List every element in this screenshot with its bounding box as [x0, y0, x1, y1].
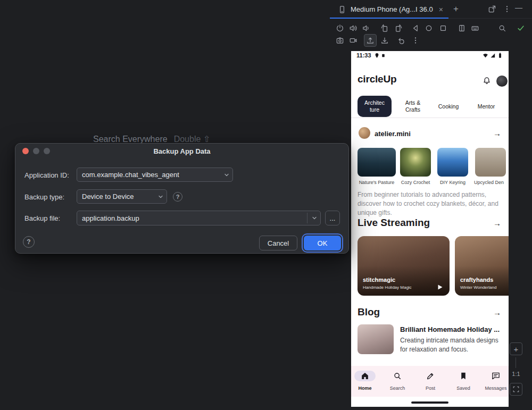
tab-architecture[interactable]: Architec ture	[358, 96, 392, 117]
blog-arrow-icon[interactable]: →	[493, 308, 501, 317]
gallery-caption: Upcycled Den	[474, 180, 508, 185]
nav-label: Search	[384, 386, 411, 391]
creator-arrow-icon[interactable]: →	[493, 129, 501, 138]
backup-app-data-dialog: Backup App Data Application ID: com.exam…	[15, 143, 349, 254]
restore-download-icon[interactable]	[380, 36, 389, 45]
back-icon[interactable]	[411, 23, 420, 33]
app-title: circleUp	[358, 73, 396, 85]
fold-icon[interactable]	[457, 23, 467, 33]
rotate-left-icon[interactable]	[380, 23, 389, 33]
profile-avatar[interactable]	[496, 76, 508, 87]
open-in-window-icon[interactable]	[487, 4, 497, 14]
gallery-card-natures-pasture[interactable]	[358, 148, 396, 177]
tabs-divider	[351, 118, 509, 118]
backup-file-value: application.backup	[82, 214, 139, 222]
backup-file-combobox[interactable]: application.backup	[77, 211, 321, 225]
stream-card-stitchmagic[interactable]: stitchmagic Handmade Holiday Magic	[358, 236, 450, 296]
nav-label: Post	[417, 386, 444, 391]
reset-icon[interactable]	[397, 36, 406, 45]
zoom-divider	[516, 357, 516, 368]
screen-record-icon[interactable]	[348, 36, 358, 45]
rotate-right-icon[interactable]	[394, 23, 403, 33]
ok-button[interactable]: OK	[304, 236, 341, 250]
add-device-tab-button[interactable]: +	[453, 4, 459, 14]
chat-bubble-icon	[491, 371, 501, 381]
cancel-button[interactable]: Cancel	[259, 236, 297, 250]
volume-up-icon[interactable]	[348, 23, 358, 33]
live-streaming-title: Live Streaming	[358, 217, 430, 229]
gallery-card-cozy-crochet[interactable]	[400, 148, 431, 177]
status-time: 11:33	[356, 52, 371, 58]
search-icon	[393, 371, 402, 381]
nav-item-post[interactable]: Post	[417, 366, 444, 397]
dialog-help-button[interactable]: ?	[23, 236, 35, 248]
nav-item-search[interactable]: Search	[384, 366, 411, 397]
bookmark-icon	[459, 371, 468, 381]
gallery-card-diy-keyring[interactable]	[437, 148, 468, 177]
browse-file-button[interactable]: ...	[325, 211, 340, 225]
wifi-icon	[482, 52, 488, 58]
gallery-caption: Cozy Crochet	[398, 180, 433, 185]
active-tab-indicator	[330, 18, 448, 19]
blog-title: Blog	[358, 306, 380, 318]
battery-icon	[497, 52, 503, 59]
nav-item-home[interactable]: Home	[351, 366, 379, 397]
notification-icon	[380, 53, 386, 58]
gallery-card-upcycled[interactable]	[475, 148, 506, 177]
gesture-bar[interactable]	[411, 401, 448, 404]
blog-post-title[interactable]: Brilliant Homemade Holiday ...	[400, 325, 506, 333]
bell-icon[interactable]	[482, 76, 492, 86]
overview-icon[interactable]	[438, 23, 448, 33]
play-icon[interactable]	[437, 283, 443, 289]
creator-name: atelier.mini	[375, 130, 411, 138]
stream-card-craftyhands[interactable]: craftyhands Winter Wonderland	[455, 236, 509, 296]
running-check-icon	[516, 23, 526, 33]
section-description: From beginner tutorials to advanced patt…	[358, 190, 508, 217]
creator-avatar[interactable]	[359, 127, 370, 139]
device-phone-icon	[337, 5, 347, 14]
zoom-ratio-button[interactable]: 1:1	[509, 371, 523, 377]
emulator-screen: 11:33 circleUp Architec ture Arts & Craf…	[351, 51, 509, 407]
location-pin-icon	[373, 52, 380, 58]
live-streaming-arrow-icon[interactable]: →	[493, 219, 501, 228]
zoom-in-button[interactable]: +	[510, 342, 522, 355]
blog-post-image[interactable]	[358, 324, 394, 354]
tab-cooking[interactable]: Cooking	[432, 96, 465, 117]
gallery-caption: Nature's Pasture	[358, 180, 396, 185]
tab-arts-crafts[interactable]: Arts & Crafts	[396, 96, 430, 117]
power-icon[interactable]	[335, 23, 345, 33]
nav-item-messages[interactable]: Messages	[482, 366, 509, 397]
backup-type-help-icon[interactable]: ?	[173, 192, 182, 202]
chevron-down-icon	[157, 194, 164, 200]
nav-label: Saved	[450, 386, 477, 391]
device-tab[interactable]: Medium Phone (Ag...I 36.0 ×	[330, 0, 448, 19]
backup-type-label: Backup type:	[24, 193, 64, 201]
device-tab-bar: Medium Phone (Ag...I 36.0 × + —	[330, 0, 532, 19]
chevron-down-icon	[311, 215, 318, 221]
search-shortcut-text: Double ⇧	[174, 135, 211, 144]
device-tab-title: Medium Phone (Ag...I 36.0	[351, 5, 433, 13]
hide-panel-button[interactable]: —	[515, 3, 522, 12]
nav-item-saved[interactable]: Saved	[450, 366, 477, 397]
backup-upload-icon[interactable]	[365, 36, 375, 45]
tab-mentor[interactable]: Mentor	[469, 96, 503, 117]
backup-type-value: Device to Device	[82, 193, 134, 200]
combobox-divider	[307, 213, 307, 223]
application-id-dropdown[interactable]: com.example.chat_vibes_agent	[77, 168, 233, 182]
home-button-icon[interactable]	[424, 23, 434, 33]
close-tab-icon[interactable]: ×	[439, 5, 443, 14]
fit-screen-button[interactable]	[510, 383, 522, 396]
toolbar-more-icon[interactable]	[411, 36, 420, 45]
panel-more-options-icon[interactable]	[502, 4, 512, 14]
zoom-icon[interactable]	[497, 23, 507, 33]
dialog-title: Backup App Data	[15, 147, 348, 155]
volume-down-icon[interactable]	[361, 23, 371, 33]
stream-subtitle: Winter Wonderland	[460, 285, 496, 290]
blog-post-excerpt: Creating intricate mandala designs for r…	[400, 336, 500, 354]
keyboard-icon[interactable]	[470, 23, 480, 33]
screenshot-camera-icon[interactable]	[335, 36, 345, 45]
backup-type-dropdown[interactable]: Device to Device	[77, 189, 167, 204]
gallery-caption: DIY Keyring	[436, 180, 469, 185]
android-studio-window: Search EverywhereDouble ⇧ Medium Phone (…	[0, 0, 532, 410]
application-id-value: com.example.chat_vibes_agent	[82, 171, 179, 179]
